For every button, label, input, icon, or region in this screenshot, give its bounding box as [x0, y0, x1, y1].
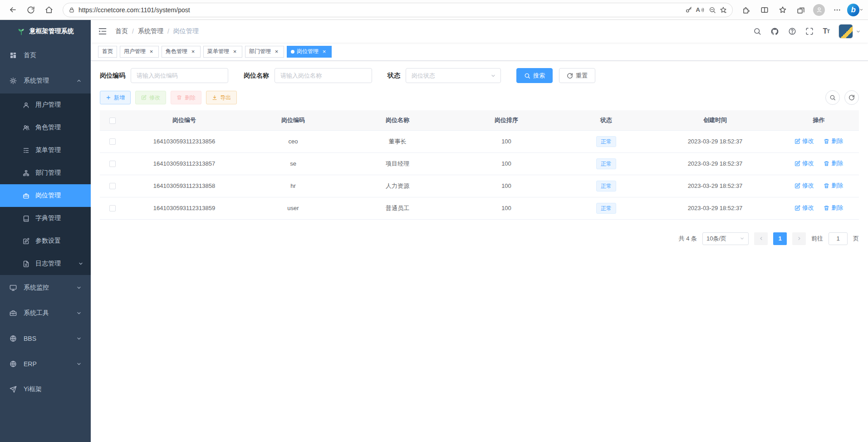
edit-row-button[interactable]: 修改 — [794, 182, 814, 190]
delete-row-button[interactable]: 删除 — [824, 182, 843, 190]
add-button[interactable]: 新增 — [100, 91, 131, 104]
close-icon[interactable]: × — [321, 48, 328, 55]
gear-icon — [9, 77, 17, 84]
tab-post-mgmt[interactable]: 岗位管理 × — [287, 46, 332, 58]
sidebar-item-role-mgmt[interactable]: 角色管理 — [0, 116, 91, 139]
user-menu[interactable] — [839, 24, 861, 39]
home-button[interactable] — [41, 2, 57, 18]
search-button[interactable]: 搜索 — [516, 68, 553, 83]
table-row[interactable]: 1641030593112313858 hr 人力资源 100 正常 2023-… — [100, 175, 859, 197]
header-created-time[interactable]: 创建时间 — [652, 110, 779, 130]
delete-button[interactable]: 删除 — [171, 91, 201, 104]
table-row[interactable]: 1641030593112313857 se 项目经理 100 正常 2023-… — [100, 152, 859, 175]
delete-row-button[interactable]: 删除 — [824, 159, 843, 167]
page-number-1[interactable]: 1 — [773, 232, 787, 245]
sidebar-item-param-settings[interactable]: 参数设置 — [0, 230, 91, 252]
header-post-name[interactable]: 岗位名称 — [343, 110, 452, 130]
help-icon[interactable] — [788, 27, 796, 35]
delete-row-button[interactable]: 删除 — [824, 204, 843, 212]
reset-button[interactable]: 重置 — [559, 68, 595, 83]
edit-row-button[interactable]: 修改 — [794, 159, 814, 167]
row-checkbox[interactable] — [109, 205, 116, 211]
table-row[interactable]: 1641030593112313859 user 普通员工 100 正常 202… — [100, 197, 859, 219]
favorites-bar-icon[interactable] — [775, 2, 791, 18]
sidebar-item-yi-framework[interactable]: Yi框架 — [0, 377, 91, 402]
tab-user-mgmt[interactable]: 用户管理 × — [120, 46, 159, 58]
header-post-id[interactable]: 岗位编号 — [125, 110, 243, 130]
lock-icon[interactable] — [69, 7, 75, 13]
prev-page-button[interactable] — [754, 232, 768, 245]
sidebar-item-system-tools[interactable]: 系统工具 — [0, 300, 91, 326]
header-post-sort[interactable]: 岗位排序 — [452, 110, 561, 130]
sidebar-item-menu-mgmt[interactable]: 菜单管理 — [0, 139, 91, 162]
sidebar-item-system-monitor[interactable]: 系统监控 — [0, 275, 91, 300]
sidebar-item-post-mgmt[interactable]: 岗位管理 — [0, 184, 91, 207]
sidebar-item-dept-mgmt[interactable]: 部门管理 — [0, 162, 91, 184]
app-logo[interactable]: 意框架管理系统 — [0, 20, 91, 43]
tab-role-mgmt[interactable]: 角色管理 × — [162, 46, 201, 58]
edit-button[interactable]: 修改 — [135, 91, 166, 104]
status-select[interactable]: 岗位状态 — [406, 68, 501, 83]
chevron-right-icon — [797, 236, 802, 241]
sidebar-item-label: 日志管理 — [35, 260, 61, 268]
sidebar-item-user-mgmt[interactable]: 用户管理 — [0, 93, 91, 116]
header-post-code[interactable]: 岗位编码 — [243, 110, 343, 130]
main-area: 首页 / 系统管理 / 岗位管理 — [91, 20, 868, 442]
next-page-button[interactable] — [792, 232, 806, 245]
post-name-input[interactable] — [275, 68, 372, 83]
cell-post-id: 1641030593112313858 — [125, 175, 243, 197]
table-row[interactable]: 1641030593112313856 ceo 董事长 100 正常 2023-… — [100, 130, 859, 152]
users-icon — [22, 124, 30, 131]
close-icon[interactable]: × — [231, 48, 238, 55]
breadcrumb-system[interactable]: 系统管理 — [138, 27, 163, 35]
url-text[interactable]: https://ccnetcore.com:1101/system/post — [78, 6, 682, 14]
tab-home[interactable]: 首页 — [98, 46, 117, 58]
collections-icon[interactable] — [793, 2, 809, 18]
read-aloud-icon[interactable]: A — [696, 6, 705, 13]
zoom-out-icon[interactable] — [709, 6, 716, 14]
browser-menu-icon[interactable] — [829, 2, 845, 18]
address-bar[interactable]: https://ccnetcore.com:1101/system/post A — [63, 3, 733, 17]
close-icon[interactable]: × — [273, 48, 280, 55]
close-icon[interactable]: × — [190, 48, 196, 55]
refresh-table-button[interactable] — [844, 90, 859, 105]
sidebar-item-label: BBS — [24, 335, 36, 342]
text-size-icon[interactable]: TT — [823, 27, 829, 35]
add-favorite-star-icon[interactable] — [720, 6, 727, 14]
fullscreen-icon[interactable] — [805, 27, 814, 35]
tab-menu-mgmt[interactable]: 菜单管理 × — [203, 46, 242, 58]
page-size-select[interactable]: 10条/页 — [702, 232, 749, 245]
browser-profile-avatar[interactable] — [811, 2, 827, 18]
sidebar-item-home[interactable]: 首页 — [0, 43, 91, 68]
sidebar-item-log-mgmt[interactable]: 日志管理 — [0, 252, 91, 275]
post-code-input[interactable] — [131, 68, 228, 83]
github-icon[interactable] — [770, 27, 779, 36]
tab-dept-mgmt[interactable]: 部门管理 × — [245, 46, 284, 58]
password-key-icon[interactable] — [685, 6, 692, 14]
hamburger-icon[interactable] — [98, 27, 107, 36]
back-button[interactable] — [5, 2, 21, 18]
breadcrumb-home[interactable]: 首页 — [115, 27, 128, 35]
search-icon[interactable] — [753, 27, 761, 35]
row-checkbox[interactable] — [109, 138, 116, 145]
edit-row-button[interactable]: 修改 — [794, 137, 814, 145]
edit-row-button[interactable]: 修改 — [794, 204, 814, 212]
sidebar-item-system-mgmt[interactable]: 系统管理 — [0, 68, 91, 93]
select-all-checkbox[interactable] — [109, 118, 116, 124]
goto-page-input[interactable] — [829, 232, 848, 245]
row-checkbox[interactable] — [109, 161, 116, 167]
toggle-search-button[interactable] — [825, 90, 840, 105]
user-avatar[interactable] — [839, 24, 853, 39]
export-button[interactable]: 导出 — [206, 91, 237, 104]
sidebar-item-erp[interactable]: ERP — [0, 351, 91, 377]
close-icon[interactable]: × — [148, 48, 155, 55]
sidebar-item-bbs[interactable]: BBS — [0, 326, 91, 351]
delete-row-button[interactable]: 删除 — [824, 137, 843, 145]
bing-chat-icon[interactable]: b — [847, 2, 863, 18]
row-checkbox[interactable] — [109, 183, 116, 189]
split-screen-icon[interactable] — [756, 2, 773, 18]
header-status[interactable]: 状态 — [561, 110, 652, 130]
extensions-icon[interactable] — [738, 2, 755, 18]
refresh-button[interactable] — [23, 2, 39, 18]
sidebar-item-dict-mgmt[interactable]: 字典管理 — [0, 207, 91, 230]
